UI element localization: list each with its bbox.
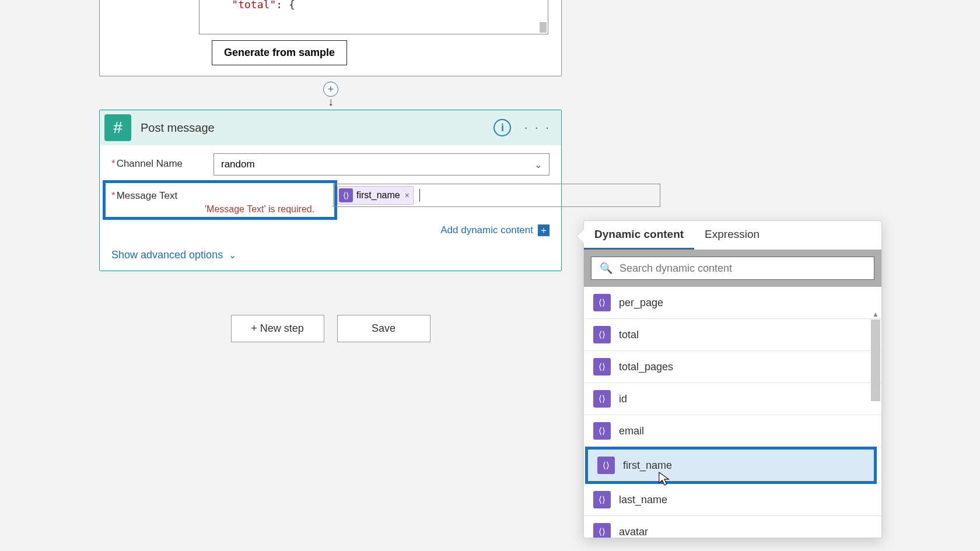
plus-icon: ＋ (538, 224, 550, 236)
token-remove-icon[interactable]: × (405, 191, 410, 200)
search-icon: 🔍 (600, 262, 612, 275)
dynamic-item-first_name[interactable]: ⟨⟩first_name (585, 447, 877, 484)
channel-name-row: *Channel Name random ⌄ (111, 153, 550, 176)
channel-name-value: random (221, 159, 255, 170)
popup-tabs: Dynamic content Expression (584, 221, 881, 250)
card-header[interactable]: # Post message i · · · (100, 110, 561, 145)
token-icon: ⟨⟩ (593, 422, 611, 440)
token-label: first_name (356, 190, 400, 201)
token-icon: ⟨⟩ (593, 491, 611, 508)
dynamic-item-id[interactable]: ⟨⟩id (584, 383, 881, 415)
dynamic-item-email[interactable]: ⟨⟩email (584, 415, 881, 447)
dynamic-item-label: last_name (619, 494, 667, 506)
channel-name-label: *Channel Name (111, 153, 214, 170)
slack-icon: # (104, 114, 131, 141)
tab-expression[interactable]: Expression (694, 221, 770, 250)
chevron-down-icon: ⌄ (229, 250, 236, 261)
code-line: "total": { (206, 0, 541, 10)
message-text-input[interactable]: ⟨⟩ first_name × (333, 184, 660, 207)
chevron-down-icon: ⌄ (534, 159, 542, 170)
message-text-label: *Message Text (111, 185, 205, 202)
dynamic-item-label: total (619, 329, 639, 341)
dynamic-item-label: avatar (619, 526, 648, 538)
text-cursor (419, 189, 420, 202)
message-text-row: *Message Text 'Message Text' is required… (111, 180, 550, 220)
search-box[interactable]: 🔍 (591, 257, 874, 280)
scroll-up-icon[interactable]: ▲ (872, 310, 879, 318)
card-title: Post message (141, 121, 494, 135)
more-menu-icon[interactable]: · · · (524, 120, 551, 135)
dynamic-content-list: ▲ ⟨⟩per_page⟨⟩total⟨⟩total_pages⟨⟩id⟨⟩em… (584, 287, 881, 538)
token-icon: ⟨⟩ (593, 326, 611, 343)
generate-from-sample-button[interactable]: Generate from sample (212, 40, 347, 65)
save-button[interactable]: Save (337, 315, 430, 342)
token-icon: ⟨⟩ (593, 390, 611, 408)
dynamic-item-label: per_page (619, 297, 663, 309)
post-message-card: # Post message i · · · *Channel Name ran… (99, 110, 562, 271)
token-icon: ⟨⟩ (593, 294, 611, 311)
dynamic-item-total_pages[interactable]: ⟨⟩total_pages (584, 351, 881, 383)
token-icon: ⟨⟩ (593, 523, 611, 538)
show-advanced-options-link[interactable]: Show advanced options ⌄ (111, 249, 236, 261)
dynamic-content-popup: Dynamic content Expression 🔍 ▲ ⟨⟩per_pag… (583, 220, 882, 538)
token-icon: ⟨⟩ (339, 188, 353, 202)
info-icon[interactable]: i (494, 119, 511, 136)
channel-name-select[interactable]: random ⌄ (214, 153, 550, 176)
tab-dynamic-content[interactable]: Dynamic content (584, 221, 694, 250)
search-input[interactable] (620, 262, 866, 275)
previous-step-card: }, "total": { Generate from sample (99, 0, 562, 76)
dynamic-token-first-name[interactable]: ⟨⟩ first_name × (337, 186, 414, 205)
dynamic-item-per_page[interactable]: ⟨⟩per_page (584, 287, 881, 319)
dynamic-item-label: total_pages (619, 361, 673, 373)
dynamic-item-label: first_name (623, 459, 672, 472)
scrollbar[interactable]: ▲ (871, 320, 880, 401)
add-dynamic-content-link[interactable]: Add dynamic content ＋ (111, 224, 550, 236)
dynamic-item-total[interactable]: ⟨⟩total (584, 319, 881, 351)
schema-code-box[interactable]: }, "total": { (199, 0, 548, 34)
token-icon: ⟨⟩ (597, 457, 615, 474)
dynamic-item-label: email (619, 425, 644, 437)
token-icon: ⟨⟩ (593, 358, 611, 375)
scrollbar-thumb[interactable] (540, 22, 547, 33)
dynamic-item-last_name[interactable]: ⟨⟩last_name (584, 484, 881, 516)
add-step-connector[interactable]: + ↓ (323, 82, 338, 107)
dynamic-item-avatar[interactable]: ⟨⟩avatar (584, 516, 881, 538)
dynamic-item-label: id (619, 393, 627, 405)
new-step-button[interactable]: + New step (231, 315, 324, 342)
arrow-down-icon: ↓ (328, 96, 334, 107)
